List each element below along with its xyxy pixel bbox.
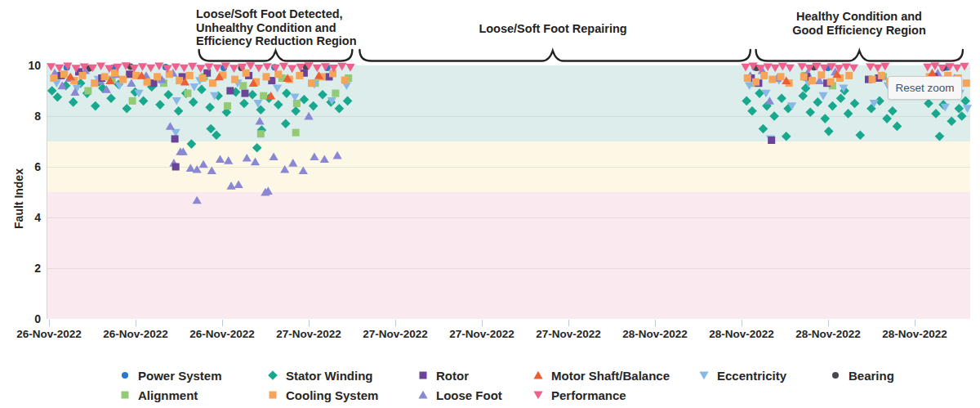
- data-point[interactable]: [172, 97, 181, 105]
- data-point[interactable]: [300, 95, 310, 105]
- data-point[interactable]: [963, 79, 970, 87]
- legend-item-performance[interactable]: Performance: [532, 388, 626, 402]
- data-point[interactable]: [154, 63, 163, 71]
- data-point[interactable]: [69, 97, 78, 107]
- data-point[interactable]: [318, 90, 327, 100]
- data-point[interactable]: [184, 90, 191, 97]
- data-point[interactable]: [869, 76, 876, 83]
- data-point[interactable]: [263, 63, 272, 71]
- data-point[interactable]: [274, 100, 283, 110]
- data-point[interactable]: [187, 139, 197, 149]
- legend-item-rotor[interactable]: Rotor: [417, 368, 469, 383]
- data-point[interactable]: [777, 73, 785, 80]
- data-point[interactable]: [247, 90, 257, 100]
- data-point[interactable]: [263, 73, 270, 80]
- data-point[interactable]: [952, 65, 961, 73]
- data-point[interactable]: [146, 65, 155, 73]
- data-point[interactable]: [207, 167, 216, 175]
- data-point[interactable]: [305, 112, 314, 120]
- data-point[interactable]: [91, 101, 100, 111]
- data-point[interactable]: [243, 154, 252, 162]
- data-point[interactable]: [282, 88, 292, 98]
- data-point[interactable]: [144, 78, 151, 86]
- data-point[interactable]: [291, 106, 301, 116]
- data-point[interactable]: [226, 87, 234, 95]
- data-point[interactable]: [287, 65, 296, 74]
- data-point[interactable]: [254, 65, 263, 73]
- data-point[interactable]: [747, 106, 757, 116]
- data-point[interactable]: [257, 130, 265, 137]
- data-point[interactable]: [188, 63, 197, 71]
- data-point[interactable]: [180, 65, 189, 73]
- data-point[interactable]: [759, 124, 768, 134]
- data-point[interactable]: [880, 63, 889, 71]
- data-point[interactable]: [273, 85, 282, 93]
- data-point[interactable]: [252, 143, 262, 153]
- plot-area[interactable]: [47, 65, 970, 319]
- data-point[interactable]: [930, 63, 939, 71]
- data-point[interactable]: [256, 117, 265, 125]
- data-point[interactable]: [139, 96, 149, 106]
- data-point[interactable]: [924, 99, 933, 109]
- data-point[interactable]: [850, 99, 860, 109]
- data-point[interactable]: [308, 79, 315, 87]
- data-point[interactable]: [292, 129, 300, 137]
- data-point[interactable]: [199, 160, 208, 168]
- data-point[interactable]: [844, 109, 853, 119]
- data-point[interactable]: [813, 97, 823, 107]
- data-point[interactable]: [186, 72, 194, 79]
- data-point[interactable]: [335, 104, 345, 114]
- data-point[interactable]: [888, 106, 898, 116]
- data-point[interactable]: [154, 73, 161, 80]
- data-point[interactable]: [199, 74, 207, 82]
- data-point[interactable]: [960, 63, 969, 71]
- data-point[interactable]: [873, 65, 882, 73]
- data-point[interactable]: [239, 82, 247, 89]
- data-point[interactable]: [332, 90, 339, 97]
- data-point[interactable]: [205, 102, 215, 112]
- data-point[interactable]: [50, 74, 57, 82]
- data-point[interactable]: [320, 155, 329, 164]
- data-point[interactable]: [931, 109, 941, 119]
- data-point[interactable]: [337, 63, 346, 71]
- data-point[interactable]: [782, 132, 791, 141]
- data-point[interactable]: [129, 97, 136, 105]
- legend-item-cooling-system[interactable]: Cooling System: [267, 388, 378, 402]
- data-point[interactable]: [923, 64, 932, 72]
- data-point[interactable]: [281, 119, 291, 129]
- data-point[interactable]: [91, 79, 98, 87]
- data-point[interactable]: [260, 92, 267, 100]
- legend-item-power-system[interactable]: Power System: [119, 368, 222, 383]
- data-point[interactable]: [797, 63, 806, 71]
- data-point[interactable]: [947, 116, 956, 126]
- data-point[interactable]: [172, 164, 180, 171]
- data-point[interactable]: [333, 151, 342, 159]
- data-point[interactable]: [818, 92, 827, 101]
- data-point[interactable]: [805, 108, 815, 118]
- legend-item-bearing[interactable]: Bearing: [830, 368, 894, 383]
- data-point[interactable]: [800, 73, 808, 80]
- data-point[interactable]: [299, 167, 308, 175]
- data-point[interactable]: [310, 152, 318, 160]
- data-point[interactable]: [827, 78, 835, 86]
- data-point[interactable]: [84, 87, 91, 95]
- data-point[interactable]: [963, 105, 972, 113]
- data-point[interactable]: [119, 76, 127, 83]
- data-point[interactable]: [166, 122, 175, 130]
- data-point[interactable]: [172, 135, 179, 142]
- data-point[interactable]: [242, 90, 249, 97]
- data-point[interactable]: [329, 69, 336, 77]
- data-point[interactable]: [786, 65, 795, 73]
- data-point[interactable]: [878, 72, 885, 79]
- data-point[interactable]: [270, 152, 278, 160]
- data-point[interactable]: [79, 72, 87, 79]
- data-point[interactable]: [893, 122, 902, 132]
- data-point[interactable]: [224, 102, 231, 110]
- legend-item-loose-foot[interactable]: Loose Foot: [417, 388, 502, 402]
- data-point[interactable]: [955, 104, 964, 114]
- data-point[interactable]: [96, 63, 105, 71]
- data-point[interactable]: [808, 77, 816, 84]
- data-point[interactable]: [817, 71, 825, 78]
- data-point[interactable]: [126, 70, 133, 78]
- data-point[interactable]: [824, 127, 834, 137]
